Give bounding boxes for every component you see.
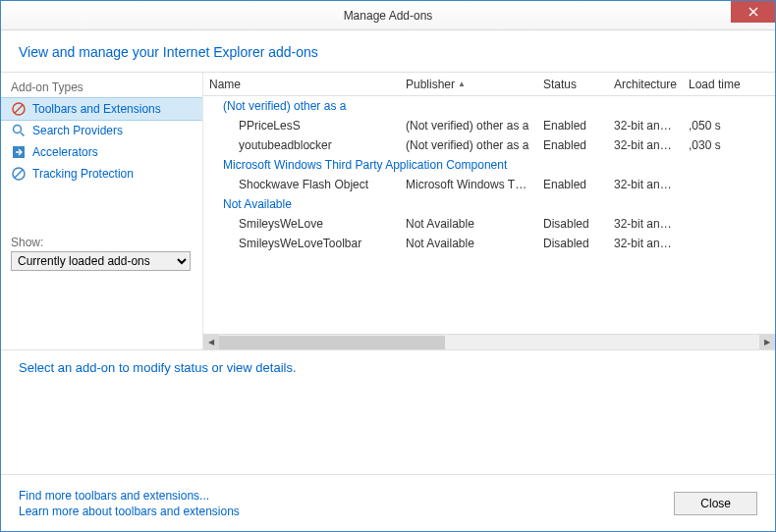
detail-prompt: Select an add-on to modify status or vie… (19, 360, 757, 375)
column-name[interactable]: Name (203, 75, 400, 94)
search-icon (11, 123, 27, 138)
column-status[interactable]: Status (537, 75, 608, 94)
sidebar-item-search[interactable]: Search Providers (1, 120, 202, 141)
sidebar: Add-on Types Toolbars and Extensions Sea… (1, 73, 202, 349)
scroll-right-button[interactable]: ▶ (759, 335, 775, 350)
sidebar-item-label: Accelerators (32, 145, 98, 159)
show-select[interactable]: Currently loaded add-ons (11, 251, 191, 271)
scroll-track[interactable] (219, 335, 759, 350)
header: View and manage your Internet Explorer a… (1, 30, 775, 72)
show-label: Show: (1, 236, 202, 251)
scroll-thumb[interactable] (219, 336, 445, 349)
tracking-icon (11, 166, 27, 182)
sidebar-item-label: Tracking Protection (32, 167, 134, 181)
column-architecture[interactable]: Architecture (608, 75, 683, 94)
table-row[interactable]: SmileysWeLoveToolbar Not Available Disab… (203, 234, 775, 253)
addon-types-label: Add-on Types (1, 80, 202, 98)
close-button[interactable]: Close (674, 492, 757, 515)
window-title: Manage Add-ons (344, 9, 433, 23)
sidebar-item-accelerators[interactable]: Accelerators (1, 141, 202, 163)
addon-list: Name Publisher▲ Status Architecture Load… (202, 73, 775, 349)
sidebar-item-toolbars[interactable]: Toolbars and Extensions (0, 97, 203, 121)
table-row[interactable]: PPriceLesS (Not verified) other as a Ena… (203, 116, 775, 135)
scroll-left-button[interactable]: ◀ (203, 335, 219, 350)
sidebar-item-tracking[interactable]: Tracking Protection (1, 163, 202, 185)
header-text: View and manage your Internet Explorer a… (19, 44, 757, 60)
find-more-link[interactable]: Find more toolbars and extensions... (19, 488, 240, 504)
group-header[interactable]: Microsoft Windows Third Party Applicatio… (203, 155, 775, 175)
titlebar: Manage Add-ons (1, 1, 775, 30)
window-close-button[interactable] (731, 1, 775, 23)
horizontal-scrollbar[interactable]: ◀ ▶ (203, 334, 775, 349)
sort-asc-icon: ▲ (458, 80, 466, 88)
sidebar-item-label: Toolbars and Extensions (32, 102, 161, 116)
table-row[interactable]: youtubeadblocker (Not verified) other as… (203, 135, 775, 155)
svg-point-1 (14, 126, 22, 133)
close-icon (748, 7, 758, 17)
accel-icon (11, 144, 27, 160)
column-load-time[interactable]: Load time (683, 75, 751, 94)
group-header[interactable]: Not Available (203, 194, 775, 214)
group-header[interactable]: (Not verified) other as a (203, 96, 775, 116)
table-row[interactable]: SmileysWeLove Not Available Disabled 32-… (203, 214, 775, 234)
table-header: Name Publisher▲ Status Architecture Load… (203, 73, 775, 96)
footer: Find more toolbars and extensions... Lea… (1, 474, 775, 531)
toolbars-icon (11, 101, 27, 117)
column-publisher[interactable]: Publisher▲ (400, 75, 537, 94)
learn-more-link[interactable]: Learn more about toolbars and extensions (19, 504, 240, 519)
table-row[interactable]: Shockwave Flash Object Microsoft Windows… (203, 175, 775, 194)
sidebar-item-label: Search Providers (32, 124, 123, 137)
